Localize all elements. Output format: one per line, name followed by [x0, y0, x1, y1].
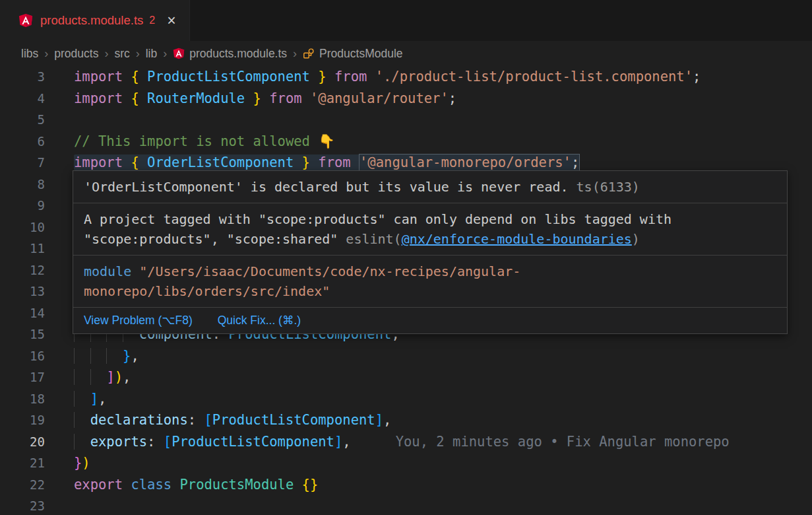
code-token	[123, 90, 131, 106]
line-number[interactable]: 9	[0, 198, 45, 213]
line-number[interactable]: 23	[0, 498, 45, 513]
breadcrumb-separator: ›	[136, 47, 140, 61]
hover-section: A project tagged with "scope:products" c…	[73, 203, 787, 256]
code-line[interactable]: 3import { ProductListComponent } from '.…	[0, 66, 812, 88]
code-token: "scope:products", "scope:shared"	[84, 231, 338, 247]
code-token: // This import is not allowed	[74, 133, 318, 149]
code-token: ProductListComponent	[172, 434, 334, 450]
breadcrumb-separator: ›	[163, 47, 167, 61]
breadcrumb-item-productsmodule[interactable]: ProductsModule	[303, 47, 402, 61]
code-token: }	[74, 455, 82, 471]
code-token: [	[164, 434, 172, 450]
code-token: OrderListComponent	[147, 154, 294, 170]
line-number[interactable]: 11	[0, 241, 45, 256]
code-token: './product-list/product-list.component'	[375, 69, 693, 85]
code-line[interactable]: 22export class ProductsModule {}	[0, 474, 812, 496]
hover-status-bar: View Problem (⌥F8)Quick Fix... (⌘.)	[73, 308, 787, 333]
code-line[interactable]: 18 ],	[0, 388, 812, 410]
code-token: class	[131, 477, 172, 493]
breadcrumb-item-lib[interactable]: lib	[146, 47, 158, 61]
code-token	[123, 477, 131, 493]
line-number[interactable]: 19	[0, 413, 45, 427]
code-line[interactable]: 17 ]),	[0, 366, 812, 388]
breadcrumb-item-libs[interactable]: libs	[21, 47, 38, 61]
code-line[interactable]: 23	[0, 495, 812, 515]
tab-products-module[interactable]: products.module.ts 2 ×	[0, 0, 190, 41]
code-token: ]	[375, 412, 383, 428]
line-number[interactable]: 22	[0, 477, 45, 492]
line-number[interactable]: 18	[0, 392, 45, 406]
code-line[interactable]: 6// This import is not allowed 👇	[0, 131, 812, 153]
breadcrumb-item-products[interactable]: products	[54, 47, 98, 61]
hover-action[interactable]: Quick Fix... (⌘.)	[218, 314, 301, 327]
code-token: {	[131, 90, 139, 106]
line-content: import { OrderListComponent } from '@ang…	[74, 154, 580, 170]
code-line[interactable]: 16 },	[0, 345, 812, 367]
code-token: ;	[693, 69, 701, 85]
hover-line: monorepo/libs/orders/src/index"	[84, 281, 776, 301]
code-token	[74, 391, 90, 407]
breadcrumb-label: products.module.ts	[189, 47, 287, 61]
line-number[interactable]: 8	[0, 177, 45, 191]
breadcrumb-separator: ›	[44, 47, 48, 61]
line-number[interactable]: 7	[0, 155, 45, 170]
code-token: eslint(	[338, 231, 401, 247]
tab-bar: products.module.ts 2 ×	[0, 0, 812, 41]
code-token: }	[318, 69, 326, 85]
code-token	[367, 69, 375, 85]
line-content: ]),	[74, 369, 131, 385]
code-line[interactable]: 21})	[0, 452, 812, 474]
code-token	[351, 154, 359, 170]
line-number[interactable]: 3	[0, 69, 45, 84]
code-token: You, 2 minutes ago • Fix Angular monorep…	[396, 434, 730, 450]
code-line[interactable]: 19 declarations: [ProductListComponent],	[0, 409, 812, 431]
breadcrumb-label: libs	[21, 47, 38, 61]
line-number[interactable]: 5	[0, 112, 45, 127]
line-content: declarations: [ProductListComponent],	[74, 412, 391, 428]
line-number[interactable]: 6	[0, 134, 45, 149]
line-number[interactable]: 14	[0, 306, 45, 320]
code-token: from	[269, 90, 301, 106]
code-token: import	[74, 154, 123, 170]
code-token: exports	[90, 434, 147, 450]
tab-title: products.module.ts	[40, 13, 143, 28]
code-token: :	[188, 412, 196, 428]
code-token: }	[123, 348, 131, 364]
code-token: {	[131, 154, 139, 170]
code-token	[74, 369, 106, 385]
code-token: import	[74, 69, 123, 85]
line-number[interactable]: 4	[0, 91, 45, 106]
line-number[interactable]: 16	[0, 349, 45, 363]
close-icon[interactable]: ×	[167, 13, 175, 28]
line-content: },	[74, 348, 139, 364]
eslint-rule-link[interactable]: @nx/enforce-module-boundaries	[402, 231, 632, 247]
code-line[interactable]: 4import { RouterModule } from '@angular/…	[0, 88, 812, 110]
code-token: ,	[383, 412, 391, 428]
breadcrumb-label: src	[114, 47, 129, 61]
code-token: '@angular/router'	[310, 90, 449, 106]
code-token: A project tagged with "scope:products" c…	[84, 211, 671, 227]
angular-icon	[173, 48, 185, 59]
code-token: RouterModule	[147, 90, 245, 106]
breadcrumb-separator: ›	[104, 47, 108, 61]
code-line[interactable]: 5	[0, 109, 812, 131]
line-number[interactable]: 13	[0, 284, 45, 298]
code-token: [	[204, 412, 212, 428]
code-token: ProductsModule	[179, 477, 294, 493]
breadcrumb: libs›products›src›lib›products.module.ts…	[0, 41, 812, 66]
line-number[interactable]: 12	[0, 263, 45, 277]
line-content: })	[74, 455, 90, 471]
breadcrumb-item-src[interactable]: src	[114, 47, 129, 61]
line-number[interactable]: 10	[0, 220, 45, 234]
line-number[interactable]: 20	[0, 434, 45, 449]
line-number[interactable]: 15	[0, 327, 45, 341]
line-number[interactable]: 17	[0, 370, 45, 384]
hover-action[interactable]: View Problem (⌥F8)	[84, 314, 193, 327]
code-token	[155, 434, 163, 450]
hover-line: A project tagged with "scope:products" c…	[84, 209, 776, 229]
code-token: from	[318, 154, 350, 170]
code-token: ;	[449, 90, 456, 106]
line-number[interactable]: 21	[0, 456, 45, 470]
code-line[interactable]: 20 exports: [ProductListComponent],You, …	[0, 431, 812, 453]
breadcrumb-item-products-module-ts[interactable]: products.module.ts	[173, 47, 287, 61]
